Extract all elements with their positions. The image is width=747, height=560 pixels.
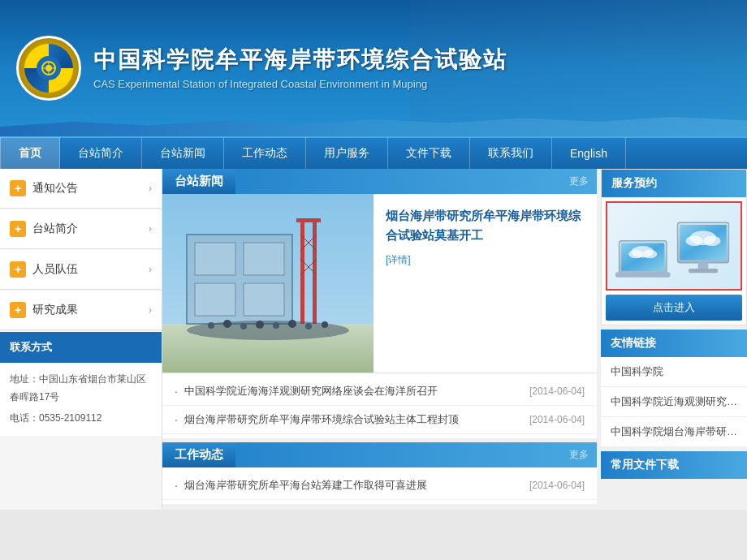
site-title-zh: 中国科学院牟平海岸带环境综合试验站 bbox=[93, 46, 507, 74]
arrow-icon-staff: › bbox=[149, 264, 152, 275]
nav-item-work[interactable]: 工作动态 bbox=[224, 137, 306, 170]
nav-item-news[interactable]: 台站新闻 bbox=[142, 137, 224, 170]
svg-point-20 bbox=[223, 320, 231, 328]
svg-point-24 bbox=[288, 320, 296, 328]
work-bullet-0: · bbox=[175, 479, 178, 492]
news-bullet-1: · bbox=[175, 413, 178, 426]
friendship-link-2[interactable]: 中国科学院烟台海岸带研究所 bbox=[601, 417, 747, 447]
logo bbox=[16, 36, 81, 101]
service-enter-button[interactable]: 点击进入 bbox=[606, 295, 742, 321]
svg-rect-39 bbox=[689, 268, 718, 272]
svg-point-31 bbox=[642, 249, 657, 258]
news-detail-link[interactable]: [详情] bbox=[386, 253, 585, 267]
svg-point-19 bbox=[208, 322, 214, 329]
news-list-item-1[interactable]: · 烟台海岸带研究所牟平海岸带环境综合试验站主体工程封顶 [2014-06-04… bbox=[162, 406, 597, 434]
plus-icon-notice: + bbox=[10, 180, 26, 196]
svg-point-26 bbox=[322, 321, 328, 328]
svg-rect-7 bbox=[195, 243, 235, 275]
news-feature-image bbox=[162, 194, 374, 373]
svg-rect-8 bbox=[244, 243, 284, 275]
nav-item-about[interactable]: 台站简介 bbox=[60, 137, 142, 170]
nav-item-home[interactable]: 首页 bbox=[0, 137, 60, 170]
friendship-links-header: 友情链接 bbox=[601, 330, 747, 357]
plus-icon-intro: + bbox=[10, 221, 26, 237]
friendship-link-0[interactable]: 中国科学院 bbox=[601, 357, 747, 387]
site-title-block: 中国科学院牟平海岸带环境综合试验站 CAS Experimental Stati… bbox=[93, 46, 507, 90]
plus-icon-staff: + bbox=[10, 261, 26, 278]
news-feature-title[interactable]: 烟台海岸带研究所牟平海岸带环境综合试验站莫基开工 bbox=[386, 206, 585, 245]
sidebar-item-notice[interactable]: + 通知公告 › bbox=[0, 169, 162, 209]
downloads-header: 常用文件下载 bbox=[601, 451, 747, 479]
nav-item-service[interactable]: 用户服务 bbox=[306, 137, 388, 170]
arrow-icon-research: › bbox=[149, 304, 152, 316]
news-more-link[interactable]: 更多 bbox=[569, 174, 589, 188]
contact-phone: 电话：0535-2109112 bbox=[10, 410, 152, 428]
sidebar: + 通知公告 › + 台站简介 › + 人员队伍 › + 研究成果 › 联系方式… bbox=[0, 169, 162, 510]
friendship-link-1[interactable]: 中国科学院近海观测研究网络 bbox=[601, 387, 747, 417]
friendship-links-list: 中国科学院 中国科学院近海观测研究网络 中国科学院烟台海岸带研究所 bbox=[601, 357, 747, 447]
site-title-en: CAS Experimental Station of Integrated C… bbox=[93, 78, 507, 90]
svg-point-25 bbox=[305, 323, 312, 330]
work-section-bar: 工作动态 更多 bbox=[162, 442, 597, 467]
svg-point-37 bbox=[703, 235, 721, 246]
arrow-icon-notice: › bbox=[149, 183, 152, 194]
svg-rect-9 bbox=[195, 283, 235, 316]
news-date-0: [2014-06-04] bbox=[529, 386, 585, 397]
work-section-label: 工作动态 bbox=[162, 442, 235, 467]
main-container: + 通知公告 › + 台站简介 › + 人员队伍 › + 研究成果 › 联系方式… bbox=[0, 169, 747, 510]
svg-rect-32 bbox=[615, 272, 671, 277]
work-date-0: [2014-06-04] bbox=[529, 480, 585, 491]
svg-rect-12 bbox=[313, 218, 317, 324]
work-more-link[interactable]: 更多 bbox=[569, 448, 589, 462]
nav-item-contact[interactable]: 联系我们 bbox=[470, 137, 552, 170]
sidebar-item-intro[interactable]: + 台站简介 › bbox=[0, 209, 162, 249]
sidebar-item-staff[interactable]: + 人员队伍 › bbox=[0, 250, 162, 290]
svg-rect-13 bbox=[296, 218, 321, 222]
svg-point-30 bbox=[628, 249, 643, 258]
main-nav: 首页 台站简介 台站新闻 工作动态 用户服务 文件下载 联系我们 English bbox=[0, 136, 747, 169]
arrow-icon-intro: › bbox=[149, 223, 152, 235]
news-feature-text: 烟台海岸带研究所牟平海岸带环境综合试验站莫基开工 [详情] bbox=[374, 194, 597, 373]
right-panel: 服务预约 bbox=[597, 169, 747, 510]
contact-address: 地址：中国山东省烟台市莱山区春晖路17号 bbox=[10, 371, 152, 406]
service-header: 服务预约 bbox=[602, 170, 746, 197]
contact-section-header: 联系方式 bbox=[0, 332, 162, 363]
header: 中国科学院牟平海岸带环境综合试验站 CAS Experimental Stati… bbox=[0, 0, 747, 136]
downloads-section: 常用文件下载 bbox=[601, 451, 747, 479]
news-list-text-0: 中国科学院近海海洋观测研究网络座谈会在海洋所召开 bbox=[184, 384, 529, 398]
news-list-item-0[interactable]: · 中国科学院近海海洋观测研究网络座谈会在海洋所召开 [2014-06-04] bbox=[162, 377, 597, 406]
center-content: 台站新闻 更多 bbox=[162, 169, 597, 510]
contact-info: 地址：中国山东省烟台市莱山区春晖路17号 电话：0535-2109112 bbox=[0, 363, 162, 436]
svg-point-21 bbox=[240, 323, 247, 330]
work-section: 工作动态 更多 · 烟台海岸带研究所牟平海台站筹建工作取得可喜进展 [2014-… bbox=[162, 442, 597, 504]
svg-point-22 bbox=[256, 321, 264, 329]
work-list-item-0[interactable]: · 烟台海岸带研究所牟平海台站筹建工作取得可喜进展 [2014-06-04] bbox=[162, 472, 597, 500]
sidebar-item-research[interactable]: + 研究成果 › bbox=[0, 291, 162, 330]
news-section-bar: 台站新闻 更多 bbox=[162, 169, 597, 194]
work-list: · 烟台海岸带研究所牟平海台站筹建工作取得可喜进展 [2014-06-04] bbox=[162, 467, 597, 504]
svg-rect-10 bbox=[244, 283, 284, 316]
news-list: · 中国科学院近海海洋观测研究网络座谈会在海洋所召开 [2014-06-04] … bbox=[162, 373, 597, 438]
svg-point-23 bbox=[273, 322, 279, 329]
service-section: 服务预约 bbox=[601, 169, 747, 325]
news-section-label: 台站新闻 bbox=[162, 169, 235, 194]
news-feature: 烟台海岸带研究所牟平海岸带环境综合试验站莫基开工 [详情] bbox=[162, 194, 597, 373]
service-image bbox=[606, 201, 742, 291]
svg-point-36 bbox=[685, 235, 703, 246]
friendship-links-section: 友情链接 中国科学院 中国科学院近海观测研究网络 中国科学院烟台海岸带研究所 bbox=[601, 330, 747, 447]
news-date-1: [2014-06-04] bbox=[529, 414, 585, 425]
svg-rect-11 bbox=[300, 218, 304, 324]
work-list-text-0: 烟台海岸带研究所牟平海台站筹建工作取得可喜进展 bbox=[184, 478, 529, 493]
news-bullet-0: · bbox=[175, 385, 178, 398]
nav-item-english[interactable]: English bbox=[552, 137, 626, 170]
plus-icon-research: + bbox=[10, 302, 26, 318]
news-list-text-1: 烟台海岸带研究所牟平海岸带环境综合试验站主体工程封顶 bbox=[184, 412, 529, 427]
nav-item-download[interactable]: 文件下载 bbox=[388, 137, 470, 170]
